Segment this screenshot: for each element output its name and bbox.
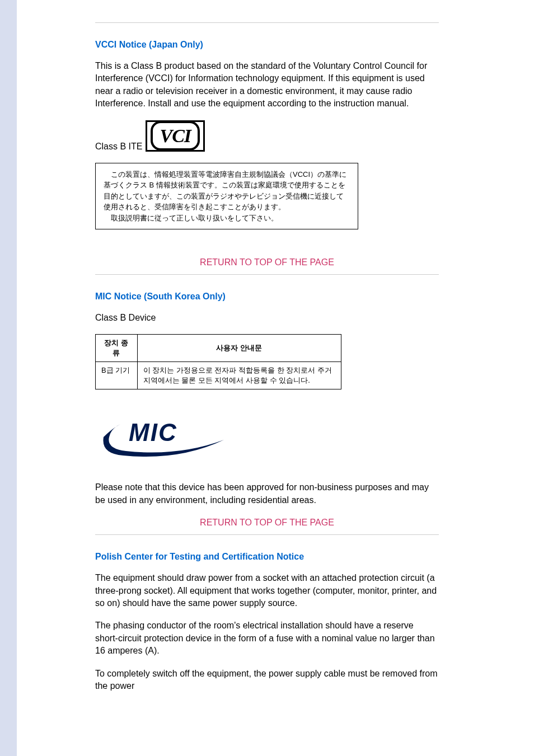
mic-logo-text: MIC (129, 419, 177, 447)
mic-korean-table: 장치 종류 사용자 안내문 B급 기기 이 장치는 가정용으로 전자파 적합등록… (95, 334, 341, 389)
return-link-text: RETURN TO TOP OF THE PAGE (200, 257, 334, 267)
polish-heading: Polish Center for Testing and Certificat… (95, 552, 439, 562)
polish-p1: The equipment should draw power from a s… (95, 572, 439, 609)
return-to-top-link[interactable]: RETURN TO TOP OF THE PAGE (95, 518, 439, 528)
divider (95, 534, 439, 535)
return-link-text: RETURN TO TOP OF THE PAGE (200, 518, 334, 527)
vcci-body: This is a Class B product based on the s… (95, 60, 439, 110)
table-cell-class: B급 기기 (96, 362, 138, 389)
vcci-japanese-notice: この装置は、情報処理装置等電波障害自主規制協議会（VCCI）の基準に基づくクラス… (95, 163, 358, 230)
classb-label: Class B ITE (95, 142, 142, 152)
polish-p2: The phasing conductor of the room's elec… (95, 619, 439, 657)
classb-row: Class B ITE VCI (95, 120, 439, 152)
left-sidebar-decor (0, 0, 17, 702)
mic-logo: MIC (95, 406, 439, 464)
divider (95, 274, 439, 275)
table-cell-desc: 이 장치는 가정용으로 전자파 적합등록을 한 장치로서 주거지역에서는 물론 … (137, 362, 341, 389)
table-header-device: 장치 종류 (96, 335, 138, 362)
table-row: 장치 종류 사용자 안내문 (96, 335, 341, 362)
mic-body: Please note that this device has been ap… (95, 481, 439, 506)
vcci-logo-text: VCI (151, 121, 200, 151)
vcci-logo: VCI (146, 120, 205, 152)
vcci-heading: VCCI Notice (Japan Only) (95, 40, 439, 50)
polish-p3: To completely switch off the equipment, … (95, 668, 439, 693)
divider (95, 22, 439, 23)
mic-subhead: Class B Device (95, 312, 439, 324)
mic-heading: MIC Notice (South Korea Only) (95, 292, 439, 302)
main-content: VCCI Notice (Japan Only) This is a Class… (17, 22, 517, 692)
return-to-top-link[interactable]: RETURN TO TOP OF THE PAGE (95, 257, 439, 267)
table-header-guide: 사용자 안내문 (137, 335, 341, 362)
table-row: B급 기기 이 장치는 가정용으로 전자파 적합등록을 한 장치로서 주거지역에… (96, 362, 341, 389)
